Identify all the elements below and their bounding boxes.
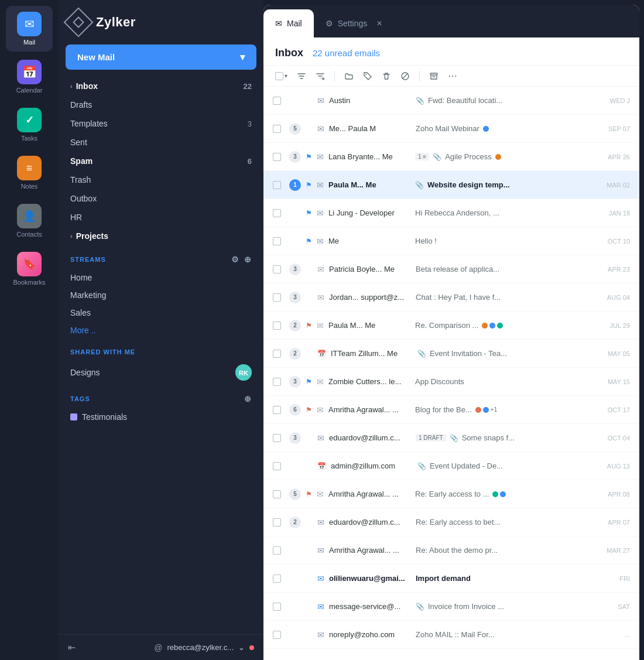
contacts-label: Contacts [16,231,42,238]
email-checkbox[interactable] [273,153,285,161]
email-checkbox[interactable] [273,125,285,133]
nav-item-inbox[interactable]: › Inbox 22 [66,77,256,95]
folder-button[interactable] [344,71,354,81]
settings-tab-icon: ⚙ [326,19,333,28]
email-envelope-icon: ✉ [317,152,324,162]
email-checkbox[interactable] [273,265,285,273]
add-stream-icon[interactable]: ⊕ [244,255,252,264]
email-subject: Invoice from Invoice ... [428,602,504,611]
email-row[interactable]: 0 ✉ noreply@zoho.com Zoho MAIL :: Mail F… [263,621,639,649]
shared-designs[interactable]: Designs RK [66,360,256,385]
sidebar-item-tasks[interactable]: ✓ Tasks [6,102,53,148]
nav-item-sent[interactable]: Sent [66,133,256,152]
nav-item-outbox[interactable]: Outbox [66,189,256,208]
email-checkbox[interactable] [273,434,285,442]
email-row[interactable]: 3 ✉ Patricia Boyle... Me Beta release of… [263,255,639,283]
online-status-dot [249,645,254,650]
email-row[interactable]: 2 ✉ eduardov@zillum.c... Re: Early acces… [263,508,639,536]
tag-testimonials[interactable]: Testimonials [66,408,256,426]
email-checkbox[interactable] [273,322,285,330]
email-row[interactable]: 3 ✉ eduardov@zillum.c... 1 DRAFT 📎 Some … [263,424,639,452]
add-tag-icon[interactable]: ⊕ [244,394,252,403]
email-checkbox[interactable] [273,574,285,583]
stream-marketing[interactable]: Marketing [66,286,256,304]
subject-area: Re: Early access to bet... [416,518,590,526]
tag-button[interactable] [363,71,372,81]
email-checkbox[interactable] [273,209,285,217]
email-checkbox[interactable] [273,406,285,414]
new-mail-button[interactable]: New Mail ▾ [66,45,256,70]
email-row[interactable]: 0 📅 admin@zillum.com 📎 Event Updated - D… [263,452,639,480]
archive-button[interactable] [429,71,439,81]
email-checkbox[interactable] [273,518,285,526]
email-sender: Jordan... support@z... [329,293,411,302]
email-checkbox[interactable] [273,462,285,470]
email-checkbox[interactable] [273,603,285,611]
streams-section: STREAMS ⚙ ⊕ Home Marketing Sales More .. [59,245,263,339]
email-checkbox[interactable] [273,490,285,498]
more-streams-link[interactable]: More .. [66,322,256,339]
stream-home[interactable]: Home [66,269,256,286]
email-row[interactable]: 0 ⚑ ✉ Me Hello ! OCT 10 [263,227,639,255]
email-checkbox[interactable] [273,631,285,639]
email-checkbox[interactable] [273,293,285,302]
user-email[interactable]: @ rebecca@zylker.c... ⌄ [154,643,254,652]
email-row[interactable]: 2 ⚑ ✉ Paula M... Me Re. Comparison ... J… [263,312,639,340]
tab-mail[interactable]: ✉ Mail [263,9,314,37]
email-envelope-icon: ✉ [317,293,324,302]
email-row[interactable]: 5 ✉ Me... Paula M Zoho Mail Webinar SEP … [263,115,639,143]
streams-title: STREAMS [70,256,106,263]
more-button[interactable]: ⋯ [448,70,457,81]
delete-button[interactable] [382,71,391,81]
email-row[interactable]: 0 ✉ olilienwuaru@gmai... Import demand F… [263,565,639,593]
email-row[interactable]: 0 ✉ Austin 📎 Fwd: Beautiful locati... WE… [263,87,639,115]
shared-header: SHARED WITH ME [66,339,256,360]
block-icon [400,71,410,81]
email-row[interactable]: 1 ⚑ ✉ Paula M... Me 📎 Website design tem… [263,171,639,199]
nav-item-trash[interactable]: Trash [66,170,256,189]
email-checkbox[interactable] [273,237,285,245]
email-checkbox[interactable] [273,378,285,386]
subject-area: Beta release of applica... [416,265,590,273]
email-row[interactable]: 0 ✉ Amritha Agrawal... ... Re: About the… [263,536,639,565]
shared-title: SHARED WITH ME [70,348,135,355]
email-checkbox[interactable] [273,181,285,189]
sidebar-item-mail[interactable]: ✉ Mail [6,6,53,52]
email-row[interactable]: 3 ⚑ ✉ Zombie Cutters... le... App Discou… [263,368,639,396]
sidebar-item-contacts[interactable]: 👤 Contacts [6,198,53,244]
email-row[interactable]: 0 ⚑ ✉ Li Jung - Developer Hi Rebecca And… [263,199,639,227]
nav-item-drafts[interactable]: Drafts [66,95,256,114]
nav-item-templates[interactable]: Templates 3 [66,114,256,133]
block-button[interactable] [400,71,410,81]
sidebar-item-bookmarks[interactable]: 🔖 Bookmarks [6,246,53,292]
email-sender: Patricia Boyle... Me [329,265,411,273]
nav-item-projects[interactable]: › Projects [66,227,256,245]
chevron-right-icon: › [70,83,73,90]
email-row[interactable]: 0 ✉ message-service@... 📎 Invoice from I… [263,593,639,621]
tag-icon [363,71,372,81]
filter-button[interactable] [297,71,306,81]
email-checkbox[interactable] [273,97,285,105]
email-row[interactable]: 3 ⚑ ✉ Lana Bryante... Me 1 ≡ 📎 Agile Pro… [263,143,639,171]
close-settings-tab-button[interactable]: ✕ [376,19,382,28]
email-row[interactable]: 6 ⚑ ✉ Amritha Agrawal... ... Blog for th… [263,396,639,424]
sidebar-item-notes[interactable]: ≡ Notes [6,150,53,196]
tab-settings[interactable]: ⚙ Settings ✕ [314,9,395,37]
email-row[interactable]: 5 ⚑ ✉ Amritha Agrawal... ... Re: Early a… [263,480,639,508]
thread-count: 2 [289,517,301,528]
brand-name: Zylker [96,15,136,30]
nav-item-hr[interactable]: HR [66,208,256,227]
sidebar-item-calendar[interactable]: 📅 Calendar [6,54,53,100]
email-checkbox[interactable] [273,350,285,358]
email-row[interactable]: 3 ✉ Jordan... support@z... Chat : Hey Pa… [263,283,639,312]
email-envelope-icon: ✉ [317,265,324,274]
settings-icon[interactable]: ⚙ [231,255,239,264]
nav-item-spam[interactable]: Spam 6 [66,152,256,170]
select-all-button[interactable]: ▾ [275,72,287,80]
email-row[interactable]: 2 📅 ITTeam Zillum... Me 📎 Event Invitati… [263,340,639,368]
mail-icon: ✉ [17,12,42,36]
email-checkbox[interactable] [273,546,285,555]
collapse-sidebar-button[interactable]: ⇤ [68,642,76,653]
stream-sales[interactable]: Sales [66,304,256,322]
sort-button[interactable] [316,71,325,81]
